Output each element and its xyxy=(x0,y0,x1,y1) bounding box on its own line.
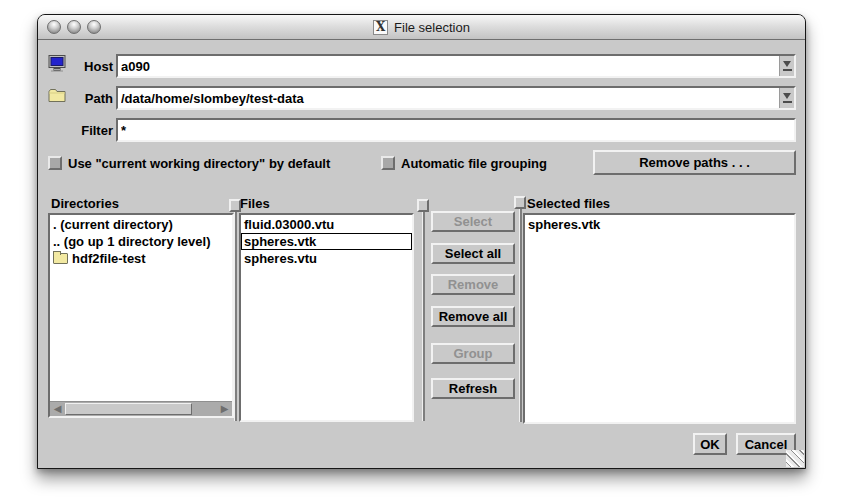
selected-files-pane: spheres.vtk xyxy=(523,213,796,424)
directories-pane: . (current directory).. (go up 1 directo… xyxy=(48,213,234,418)
pane-sash-handle[interactable] xyxy=(229,199,241,212)
directories-hscrollbar[interactable]: ◀ ▶ xyxy=(50,401,232,416)
files-pane: fluid.03000.vtuspheres.vtkspheres.vtu xyxy=(239,213,414,422)
list-item[interactable]: spheres.vtk xyxy=(525,216,794,233)
list-item-label: spheres.vtk xyxy=(528,216,600,233)
filter-input[interactable] xyxy=(118,120,794,140)
files-header: Files xyxy=(240,196,270,211)
path-dropdown-arrow-icon[interactable] xyxy=(779,88,794,108)
scroll-left-icon[interactable]: ◀ xyxy=(50,402,65,416)
x11-logo-icon: X xyxy=(373,20,388,35)
traffic-lights xyxy=(47,20,101,34)
folder-icon xyxy=(48,88,67,105)
host-label: Host xyxy=(68,59,113,74)
list-item[interactable]: spheres.vtu xyxy=(241,250,412,267)
path-field-frame xyxy=(116,86,796,110)
filter-label: Filter xyxy=(68,123,113,138)
select-button[interactable]: Select xyxy=(431,211,515,232)
auto-grouping-checkbox[interactable] xyxy=(381,156,395,170)
close-button[interactable] xyxy=(47,20,61,34)
list-item-label: spheres.vtu xyxy=(244,250,317,267)
refresh-button[interactable]: Refresh xyxy=(431,378,515,399)
title-group: X File selection xyxy=(373,20,470,35)
window-title: File selection xyxy=(394,20,470,35)
pane-sash-handle[interactable] xyxy=(417,199,429,212)
titlebar[interactable]: X File selection xyxy=(38,15,805,40)
auto-grouping-label[interactable]: Automatic file grouping xyxy=(401,156,547,171)
remove-all-button[interactable]: Remove all xyxy=(431,306,515,327)
host-dropdown-arrow-icon[interactable] xyxy=(779,56,794,76)
pane-sash-track[interactable] xyxy=(422,199,425,421)
files-list[interactable]: fluid.03000.vtuspheres.vtkspheres.vtu xyxy=(241,215,412,420)
group-button[interactable]: Group xyxy=(431,343,515,364)
path-input[interactable] xyxy=(118,88,779,108)
pane-sash-track[interactable] xyxy=(519,196,522,422)
scroll-right-icon[interactable]: ▶ xyxy=(217,402,232,416)
scrollbar-thumb[interactable] xyxy=(65,403,192,415)
list-item[interactable]: . (current directory) xyxy=(50,216,232,233)
ok-button[interactable]: OK xyxy=(693,433,727,455)
directories-header: Directories xyxy=(51,196,119,211)
pane-sash-track[interactable] xyxy=(234,199,237,421)
zoom-button[interactable] xyxy=(87,20,101,34)
minimize-button[interactable] xyxy=(67,20,81,34)
list-item[interactable]: .. (go up 1 directory level) xyxy=(50,233,232,250)
list-item-label: spheres.vtk xyxy=(244,233,316,250)
selected-files-header: Selected files xyxy=(527,196,610,211)
list-item[interactable]: hdf2file-test xyxy=(50,250,232,267)
directories-list[interactable]: . (current directory).. (go up 1 directo… xyxy=(50,215,232,401)
host-input[interactable] xyxy=(118,56,779,76)
list-item-label: fluid.03000.vtu xyxy=(244,216,334,233)
resize-grip[interactable] xyxy=(786,450,804,467)
use-cwd-checkbox[interactable] xyxy=(48,156,62,170)
list-item-label: .. (go up 1 directory level) xyxy=(53,233,210,250)
path-label: Path xyxy=(68,91,113,106)
pane-sash-handle[interactable] xyxy=(514,196,526,209)
host-field-frame xyxy=(116,54,796,78)
list-item-label: hdf2file-test xyxy=(72,250,146,267)
list-item[interactable]: spheres.vtk xyxy=(241,233,412,250)
computer-icon xyxy=(48,55,67,72)
filter-field-frame xyxy=(116,118,796,142)
selected-files-list[interactable]: spheres.vtk xyxy=(525,215,794,422)
folder-icon xyxy=(53,253,68,264)
list-item-label: . (current directory) xyxy=(53,216,173,233)
select-all-button[interactable]: Select all xyxy=(431,243,515,264)
file-selection-window: X File selection Host Path Filter Use "c… xyxy=(37,14,806,469)
remove-button[interactable]: Remove xyxy=(431,274,515,295)
use-cwd-label[interactable]: Use "current working directory" by defau… xyxy=(68,156,330,171)
remove-paths-button[interactable]: Remove paths . . . xyxy=(593,150,796,175)
list-item[interactable]: fluid.03000.vtu xyxy=(241,216,412,233)
